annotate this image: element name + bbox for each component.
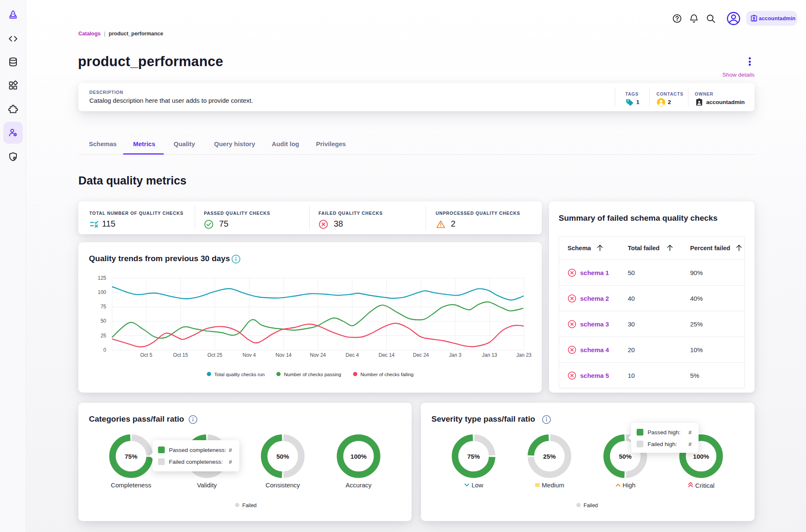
- svg-text:Dec 4: Dec 4: [345, 352, 359, 358]
- svg-text:Oct 25: Oct 25: [207, 352, 222, 358]
- svg-text:Oct 5: Oct 5: [140, 352, 153, 358]
- svg-text:25: 25: [101, 333, 107, 339]
- svg-text:Oct 15: Oct 15: [173, 352, 188, 358]
- svg-text:100: 100: [98, 289, 106, 295]
- svg-text:Jan 3: Jan 3: [449, 352, 462, 358]
- svg-text:Jan 23: Jan 23: [516, 352, 531, 358]
- svg-text:Nov 14: Nov 14: [276, 352, 292, 358]
- svg-text:0: 0: [103, 347, 106, 353]
- svg-text:75: 75: [101, 304, 107, 310]
- svg-text:Nov 24: Nov 24: [310, 352, 326, 358]
- svg-text:Dec 24: Dec 24: [413, 352, 429, 358]
- svg-text:Jan 13: Jan 13: [482, 352, 497, 358]
- svg-text:125: 125: [98, 275, 106, 281]
- svg-text:Dec 14: Dec 14: [378, 352, 394, 358]
- svg-text:50: 50: [101, 318, 107, 324]
- svg-text:Nov 4: Nov 4: [243, 352, 256, 358]
